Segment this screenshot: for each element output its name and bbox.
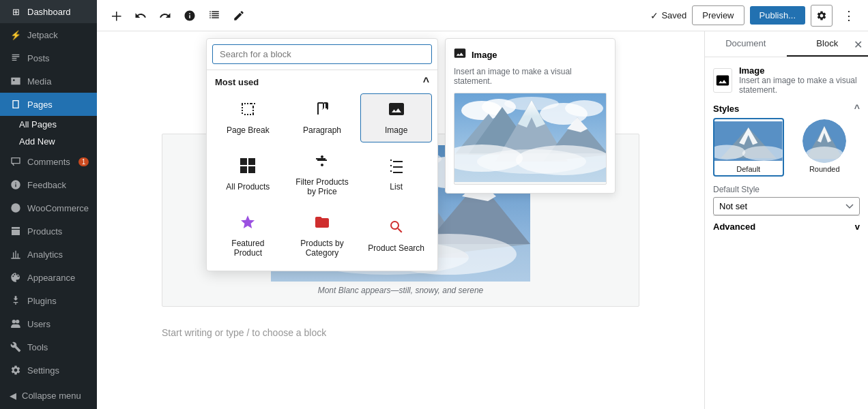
- block-item-image[interactable]: Image: [360, 93, 432, 142]
- most-used-label: Most used: [215, 77, 259, 87]
- styles-section-title: Styles ^: [713, 103, 860, 114]
- users-icon: [10, 318, 22, 330]
- block-item-products-by-category[interactable]: Products by Category: [287, 207, 358, 265]
- sidebar-sub-item-add-new[interactable]: Add New: [0, 133, 97, 150]
- block-search-input[interactable]: [212, 44, 432, 64]
- svg-point-13: [565, 100, 603, 117]
- sidebar-item-products[interactable]: Products: [0, 219, 97, 243]
- style-option-rounded-preview: [802, 119, 846, 163]
- sidebar-item-label: Media: [27, 76, 51, 87]
- more-options-button[interactable]: ⋮: [838, 5, 860, 27]
- posts-icon: [10, 52, 22, 64]
- block-item-list[interactable]: List: [360, 145, 432, 204]
- image-caption: Mont Blanc appears—still, snowy, and ser…: [318, 286, 484, 295]
- sidebar-item-label: WooCommerce: [27, 203, 89, 213]
- block-item-page-break[interactable]: Page Break: [212, 93, 284, 142]
- sidebar-item-settings[interactable]: Settings: [0, 359, 97, 382]
- svg-point-24: [477, 149, 586, 174]
- sidebar-item-jetpack[interactable]: ⚡ Jetpack: [0, 23, 97, 46]
- sidebar-item-label: Tools: [27, 342, 48, 352]
- default-style-label: Default Style: [713, 185, 860, 194]
- sidebar-item-comments[interactable]: Comments 1: [0, 150, 97, 173]
- panel-content: Image Insert an image to make a visual s…: [705, 57, 868, 409]
- style-option-rounded-label: Rounded: [791, 163, 859, 175]
- list-icon: [388, 157, 405, 178]
- collapse-menu-button[interactable]: ◀ Collapse menu: [0, 382, 97, 409]
- svg-rect-6: [248, 158, 255, 165]
- add-block-button[interactable]: [105, 5, 127, 27]
- paragraph-icon: [314, 101, 330, 121]
- styles-collapse-icon[interactable]: ^: [854, 103, 860, 114]
- sidebar-item-posts[interactable]: Posts: [0, 46, 97, 70]
- image-tooltip-preview: [454, 93, 607, 185]
- main-area: ✓ Saved Preview Publish... ⋮ Most used ^: [97, 0, 868, 409]
- svg-point-50: [805, 147, 843, 163]
- comments-icon: [10, 155, 22, 168]
- block-item-featured-product[interactable]: Featured Product: [212, 207, 284, 265]
- editor[interactable]: Most used ^ Page Break: [97, 31, 704, 409]
- panel-block-desc: Insert an image to make a visual stateme…: [739, 76, 860, 95]
- sidebar-item-users[interactable]: Users: [0, 312, 97, 335]
- content-area: Most used ^ Page Break: [97, 31, 868, 409]
- sidebar-item-woocommerce[interactable]: WooCommerce: [0, 196, 97, 219]
- sidebar-item-label: Jetpack: [27, 30, 58, 40]
- editor-placeholder[interactable]: Start writing or type / to choose a bloc…: [162, 320, 639, 345]
- style-option-default[interactable]: Default: [713, 118, 784, 177]
- panel-close-button[interactable]: ✕: [854, 37, 863, 50]
- panel-tabs: Document Block ✕: [705, 31, 868, 57]
- settings-button[interactable]: [811, 5, 833, 27]
- tools-button[interactable]: [228, 5, 250, 27]
- sidebar-item-pages[interactable]: Pages: [0, 93, 97, 116]
- tools-icon: [10, 341, 22, 353]
- image-tooltip-title: Image: [472, 50, 497, 60]
- style-option-rounded[interactable]: Rounded: [790, 118, 860, 177]
- jetpack-icon: ⚡: [10, 29, 22, 41]
- block-item-paragraph[interactable]: Paragraph: [287, 93, 358, 142]
- sidebar-item-label: Settings: [27, 365, 59, 376]
- advanced-section[interactable]: Advanced v: [713, 215, 860, 237]
- image-tooltip-header: Image: [454, 47, 607, 63]
- default-style-select[interactable]: Not set: [713, 197, 860, 215]
- block-section-header: Most used ^: [207, 70, 437, 91]
- plugins-icon: [10, 294, 22, 307]
- preview-button[interactable]: Preview: [692, 5, 744, 25]
- sidebar: ⊞ Dashboard ⚡ Jetpack Posts Media Pages …: [0, 0, 97, 409]
- sidebar-item-tools[interactable]: Tools: [0, 335, 97, 359]
- sidebar-item-label: Feedback: [27, 180, 66, 190]
- sidebar-item-label: Posts: [27, 53, 50, 63]
- sidebar-item-plugins[interactable]: Plugins: [0, 289, 97, 312]
- sidebar-item-label: Comments: [27, 157, 70, 167]
- panel-block-name: Image: [739, 65, 860, 76]
- panel-block-info: Image Insert an image to make a visual s…: [739, 65, 860, 95]
- default-style-container: Default Style Not set: [713, 185, 860, 215]
- product-search-icon: [388, 219, 405, 239]
- sidebar-item-appearance[interactable]: Appearance: [0, 266, 97, 289]
- block-item-all-products[interactable]: All Products: [212, 145, 284, 204]
- add-new-label: Add New: [19, 136, 55, 147]
- sidebar-item-feedback[interactable]: Feedback: [0, 173, 97, 196]
- featured-product-icon: [240, 214, 256, 234]
- appearance-icon: [10, 271, 22, 284]
- tab-document[interactable]: Document: [705, 31, 787, 57]
- section-collapse-icon[interactable]: ^: [423, 76, 429, 88]
- list-view-button[interactable]: [203, 5, 225, 27]
- all-products-icon: [240, 157, 256, 178]
- filter-products-label: Filter Products by Price: [291, 177, 353, 196]
- block-selector-popup: Most used ^ Page Break: [206, 38, 438, 271]
- woocommerce-icon: [10, 202, 22, 214]
- info-button[interactable]: [179, 5, 201, 27]
- undo-button[interactable]: [130, 5, 151, 27]
- toolbar: ✓ Saved Preview Publish... ⋮: [97, 0, 868, 31]
- redo-button[interactable]: [154, 5, 176, 27]
- block-item-product-search[interactable]: Product Search: [360, 207, 432, 265]
- block-item-filter-products[interactable]: Filter Products by Price: [287, 145, 358, 204]
- sidebar-item-media[interactable]: Media: [0, 70, 97, 93]
- image-tooltip: Image Insert an image to make a visual s…: [445, 38, 616, 194]
- svg-rect-0: [11, 78, 20, 85]
- sidebar-item-analytics[interactable]: Analytics: [0, 243, 97, 266]
- sidebar-item-dashboard[interactable]: ⊞ Dashboard: [0, 0, 97, 23]
- image-tooltip-description: Insert an image to make a visual stateme…: [454, 67, 607, 86]
- style-options: Default Rounded: [713, 118, 860, 177]
- sidebar-sub-item-all-pages[interactable]: All Pages: [0, 116, 97, 133]
- publish-button[interactable]: Publish...: [750, 6, 805, 25]
